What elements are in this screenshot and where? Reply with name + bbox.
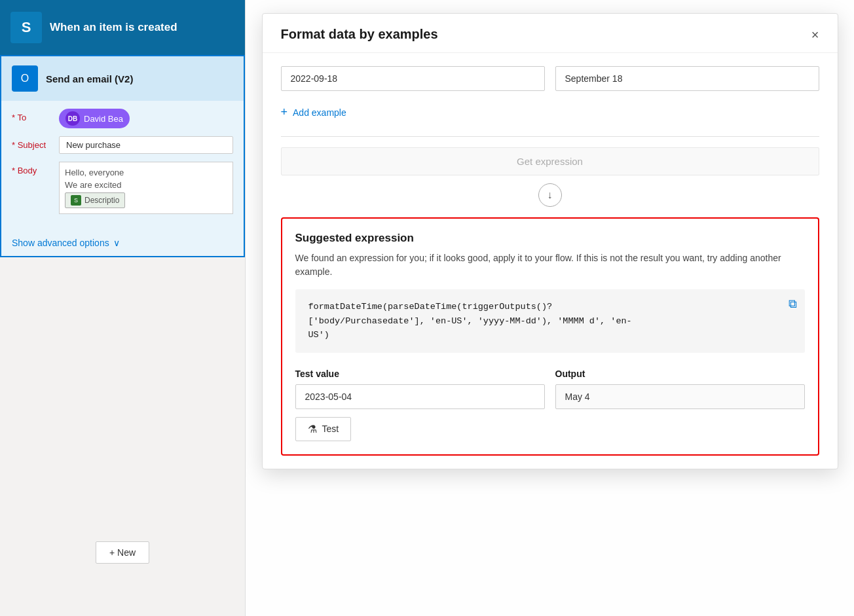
divider-1	[281, 136, 819, 137]
test-output-col: Output	[555, 369, 805, 409]
chevron-down-icon: ∨	[113, 238, 120, 248]
plus-icon: +	[281, 105, 288, 119]
test-button-label: Test	[322, 424, 339, 434]
show-advanced-label: Show advanced options	[12, 238, 109, 248]
code-block: formatDateTime(parseDateTime(triggerOutp…	[295, 289, 805, 353]
new-step-button[interactable]: + New	[96, 541, 149, 564]
chip-name: David Bea	[84, 114, 123, 124]
close-button[interactable]: ×	[811, 28, 819, 41]
trigger-card[interactable]: S When an item is created	[0, 0, 245, 55]
example-row	[281, 66, 819, 91]
body-label: * Body	[12, 162, 51, 175]
to-value: DB David Bea	[59, 109, 233, 128]
down-arrow-section: ↓	[281, 183, 819, 207]
dialog-title: Format data by examples	[281, 27, 438, 42]
add-example-button[interactable]: + Add example	[281, 101, 346, 123]
description-chip[interactable]: S Descriptio	[65, 192, 125, 208]
down-arrow-icon: ↓	[538, 183, 562, 207]
test-button[interactable]: ⚗ Test	[295, 417, 352, 441]
action-card-header[interactable]: O Send an email (V2)	[1, 56, 244, 101]
action-icon: O	[12, 65, 38, 92]
test-row: Test value Output	[295, 369, 805, 409]
body-line2: We are excited	[65, 180, 227, 190]
to-field-row: * To DB David Bea	[12, 109, 233, 128]
desc-text: Descriptio	[84, 196, 119, 205]
subject-value: New purchase	[59, 136, 233, 154]
dialog-body: + Add example Get expression ↓ Suggested…	[263, 53, 838, 469]
dialog-header: Format data by examples ×	[263, 14, 838, 53]
subject-label: * Subject	[12, 136, 51, 150]
copy-button[interactable]: ⧉	[789, 297, 797, 311]
action-body: * To DB David Bea * Subject New purchase…	[1, 101, 244, 230]
test-value-col: Test value	[295, 369, 545, 409]
subject-field-row: * Subject New purchase	[12, 136, 233, 154]
suggested-description: We found an expression for you; if it lo…	[295, 251, 805, 279]
test-value-label: Test value	[295, 369, 545, 379]
avatar: DB	[65, 111, 80, 126]
trigger-icon: S	[10, 12, 42, 43]
test-section: Test value Output ⚗ Test	[295, 369, 805, 441]
body-line1: Hello, everyone	[65, 168, 227, 177]
body-field-row: * Body Hello, everyone We are excited S …	[12, 162, 233, 214]
action-card: O Send an email (V2) * To DB David Bea *…	[0, 55, 245, 257]
test-value-input[interactable]	[295, 384, 545, 409]
example-output-field[interactable]	[555, 66, 819, 91]
flask-icon: ⚗	[308, 423, 317, 435]
to-chip[interactable]: DB David Bea	[59, 109, 130, 128]
example-input-field[interactable]	[281, 66, 545, 91]
show-advanced-button[interactable]: Show advanced options ∨	[1, 230, 244, 256]
left-panel: S When an item is created O Send an emai…	[0, 0, 246, 616]
code-text: formatDateTime(parseDateTime(triggerOutp…	[308, 300, 792, 342]
get-expression-button[interactable]: Get expression	[281, 147, 819, 175]
test-output-field	[555, 384, 805, 409]
add-example-label: Add example	[293, 107, 346, 118]
subject-field[interactable]: New purchase	[59, 136, 233, 154]
desc-icon: S	[71, 195, 81, 206]
suggested-expression-box: Suggested expression We found an express…	[281, 217, 819, 456]
format-dialog: Format data by examples × + Add example …	[262, 13, 838, 469]
suggested-title: Suggested expression	[295, 232, 805, 245]
trigger-label: When an item is created	[50, 21, 177, 34]
to-label: * To	[12, 109, 51, 122]
test-output-label: Output	[555, 369, 805, 379]
action-title: Send an email (V2)	[46, 73, 133, 84]
body-field[interactable]: Hello, everyone We are excited S Descrip…	[59, 162, 233, 214]
dialog-overlay: Format data by examples × + Add example …	[246, 0, 854, 616]
